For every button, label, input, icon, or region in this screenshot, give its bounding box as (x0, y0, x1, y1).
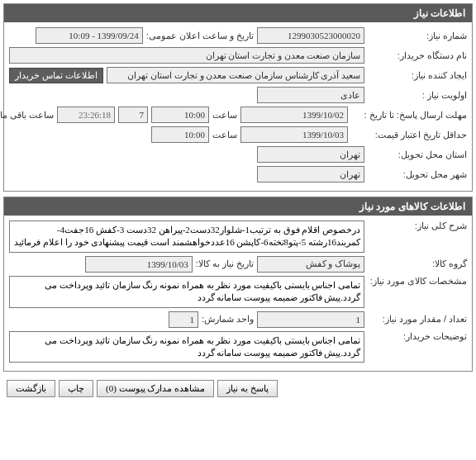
qty-label: تعداد / مقدار مورد نیاز: (368, 314, 467, 325)
need-info-header: اطلاعات نیاز (4, 4, 472, 22)
min-validity-date-field (240, 126, 348, 143)
deadline-time-field (151, 107, 209, 123)
reply-button[interactable]: پاسخ به نیاز (217, 380, 278, 397)
need-number-label: شماره نیاز: (368, 31, 467, 41)
need-number-field (257, 27, 364, 44)
remaining-time-field (57, 107, 115, 123)
back-button[interactable]: بازگشت (7, 380, 55, 397)
remaining-days-field (118, 107, 148, 123)
main-desc-label: شرح کلی نیاز: (368, 221, 467, 231)
row-buyer-notes: توضیحات خریدار: (9, 331, 467, 363)
row-need-number: شماره نیاز: تاریخ و ساعت اعلان عمومی: (9, 27, 467, 44)
row-delivery-city: شهر محل تحویل: (9, 166, 467, 183)
delivery-city-field (257, 166, 364, 183)
need-date-field (85, 256, 193, 273)
delivery-province-label: استان محل تحویل: (368, 149, 467, 160)
priority-label: اولویت نیاز : (368, 90, 467, 101)
unit-label: واحد شمارش: (202, 314, 254, 325)
goods-info-header: اطلاعات کالاهای مورد نیاز (4, 197, 472, 216)
min-validity-time-field (151, 126, 209, 143)
buyer-notes-field (9, 331, 364, 363)
announce-label: تاریخ و ساعت اعلان عمومی: (146, 31, 254, 41)
buyer-notes-label: توضیحات خریدار: (368, 331, 467, 342)
row-priority: اولویت نیاز : (9, 87, 467, 103)
min-validity-label: حداقل تاریخ اعتبار قیمت: (351, 130, 467, 140)
priority-field (257, 87, 364, 103)
main-desc-field (9, 221, 364, 253)
group-field (257, 256, 364, 273)
delivery-city-label: شهر محل تحویل: (368, 169, 467, 180)
need-info-title: اطلاعات نیاز (414, 7, 465, 19)
row-creator: ایجاد کننده نیاز: اطلاعات تماس خریدار (9, 67, 467, 83)
view-docs-button[interactable]: مشاهده مدارک پیوست (0) (97, 380, 214, 397)
spec-field (9, 276, 364, 308)
goods-info-body: شرح کلی نیاز: گروه کالا: تاریخ نیاز به ک… (4, 216, 472, 371)
deadline-label: مهلت ارسال پاسخ: تا تاریخ : (351, 110, 467, 121)
need-info-body: شماره نیاز: تاریخ و ساعت اعلان عمومی: نا… (4, 22, 472, 191)
goods-info-section: اطلاعات کالاهای مورد نیاز شرح کلی نیاز: … (3, 197, 473, 372)
need-info-section: اطلاعات نیاز شماره نیاز: تاریخ و ساعت اع… (3, 3, 473, 192)
row-deadline: مهلت ارسال پاسخ: تا تاریخ : ساعت ساعت با… (9, 107, 467, 123)
announce-field (36, 27, 143, 44)
creator-label: ایجاد کننده نیاز: (368, 70, 467, 81)
goods-info-title: اطلاعات کالاهای مورد نیاز (359, 201, 465, 212)
row-group: گروه کالا: تاریخ نیاز به کالا: (9, 256, 467, 273)
unit-field (169, 311, 198, 328)
row-qty: تعداد / مقدار مورد نیاز: واحد شمارش: (9, 311, 467, 328)
group-label: گروه کالا: (368, 258, 467, 269)
print-button[interactable]: چاپ (59, 380, 93, 397)
row-org: نام دستگاه خریدار: (9, 47, 467, 64)
deadline-date-field (240, 107, 348, 123)
bottom-action-bar: پاسخ به نیاز مشاهده مدارک پیوست (0) چاپ … (3, 377, 473, 401)
spec-label: مشخصات کالای مورد نیاز: (368, 276, 467, 287)
delivery-province-field (257, 146, 364, 163)
qty-field (257, 311, 364, 328)
row-spec: مشخصات کالای مورد نیاز: (9, 276, 467, 308)
deadline-time-label: ساعت (212, 110, 237, 121)
need-date-label: تاریخ نیاز به کالا: (196, 258, 254, 269)
row-main-desc: شرح کلی نیاز: (9, 221, 467, 253)
remaining-text: ساعت باقی مانده (0, 110, 54, 121)
min-validity-time-label: ساعت (212, 130, 237, 140)
row-min-validity: حداقل تاریخ اعتبار قیمت: ساعت (9, 126, 467, 143)
org-label: نام دستگاه خریدار: (368, 50, 467, 61)
row-delivery-province: استان محل تحویل: (9, 146, 467, 163)
creator-field (107, 67, 365, 83)
org-field (9, 47, 364, 64)
contact-buyer-button[interactable]: اطلاعات تماس خریدار (9, 68, 103, 83)
